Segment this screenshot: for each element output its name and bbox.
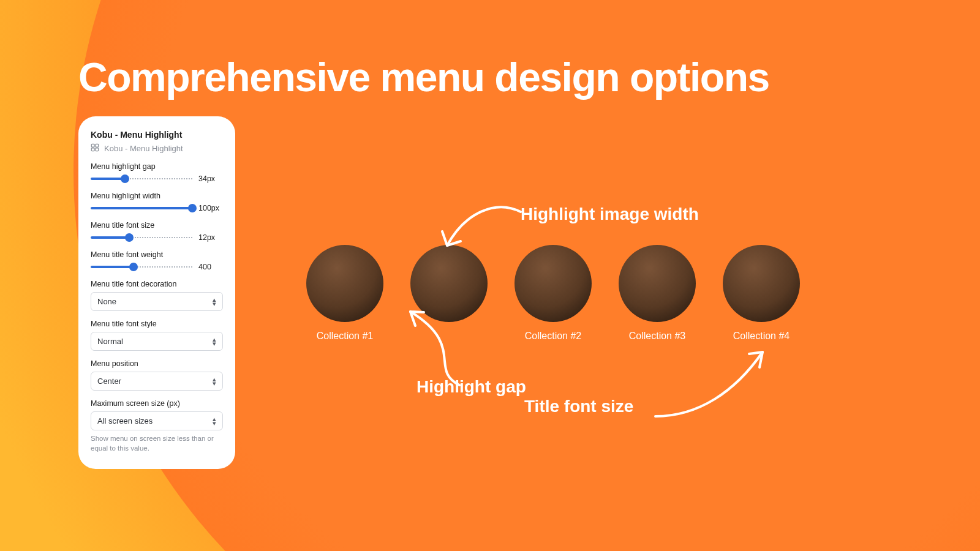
collection-item[interactable]: Collection #1 [306,245,383,342]
select-value: Center [97,377,121,386]
svg-rect-0 [91,144,94,147]
collection-label: Collection #2 [525,331,582,342]
slider-value: 400 [198,263,223,271]
panel-title: Kobu - Menu Highlight [91,130,223,140]
arrow-icon [392,302,484,388]
slider-label: Menu title font size [91,221,223,230]
slider-label: Menu highlight gap [91,162,223,171]
slider-value: 12px [198,233,223,242]
collection-row: Collection #1 Collection #2 Collection #… [306,245,800,342]
slider-value: 34px [198,174,223,183]
svg-rect-3 [96,148,99,151]
menu-gap-slider[interactable] [91,174,192,183]
slider-setting: Menu highlight width 100px [91,192,223,212]
select-label: Menu title font style [91,320,223,328]
updown-icon: ▴▾ [213,377,216,386]
collection-label: Collection #3 [629,331,686,342]
updown-icon: ▴▾ [213,337,216,346]
select-value: All screen sizes [97,416,153,425]
callout-title-font-size: Title font size [524,397,633,416]
font-decoration-select[interactable]: None ▴▾ [91,292,223,311]
callout-highlight-width: Highlight image width [521,204,699,224]
select-value: None [97,297,116,306]
slider-label: Menu title font weight [91,250,223,259]
slider-value: 100px [198,204,223,212]
select-label: Menu position [91,359,223,368]
select-label: Menu title font decoration [91,280,223,288]
select-setting: Maximum screen size (px) All screen size… [91,399,223,453]
block-icon [91,143,99,154]
panel-subtitle: Kobu - Menu Highlight [104,144,183,153]
collection-label: Collection #4 [733,331,790,342]
slider-label: Menu highlight width [91,192,223,200]
panel-subtitle-row: Kobu - Menu Highlight [91,143,223,154]
slider-setting: Menu title font weight 400 [91,250,223,271]
svg-rect-1 [96,144,99,147]
collection-circle [306,245,383,322]
collection-item[interactable]: Collection #4 [723,245,800,342]
arrow-icon [649,343,772,422]
select-setting: Menu position Center ▴▾ [91,359,223,391]
font-size-slider[interactable] [91,233,192,242]
select-setting: Menu title font style Normal ▴▾ [91,320,223,351]
updown-icon: ▴▾ [213,417,216,425]
slider-setting: Menu title font size 12px [91,221,223,242]
collection-item[interactable]: Collection #3 [619,245,696,342]
collection-label: Collection #1 [317,331,374,342]
select-helper: Show menu on screen size less than or eq… [91,434,223,453]
slider-setting: Menu highlight gap 34px [91,162,223,183]
collection-circle [619,245,696,322]
max-screen-select[interactable]: All screen sizes ▴▾ [91,411,223,430]
menu-position-select[interactable]: Center ▴▾ [91,372,223,391]
select-label: Maximum screen size (px) [91,399,223,408]
select-value: Normal [97,337,123,346]
menu-width-slider[interactable] [91,204,192,212]
font-style-select[interactable]: Normal ▴▾ [91,332,223,351]
settings-panel: Kobu - Menu Highlight Kobu - Menu Highli… [78,116,235,469]
svg-rect-2 [91,148,94,151]
font-weight-slider[interactable] [91,263,192,271]
updown-icon: ▴▾ [213,298,216,306]
select-setting: Menu title font decoration None ▴▾ [91,280,223,311]
collection-circle [723,245,800,322]
arrow-icon [429,193,527,261]
page-title: Comprehensive menu design options [78,54,769,100]
